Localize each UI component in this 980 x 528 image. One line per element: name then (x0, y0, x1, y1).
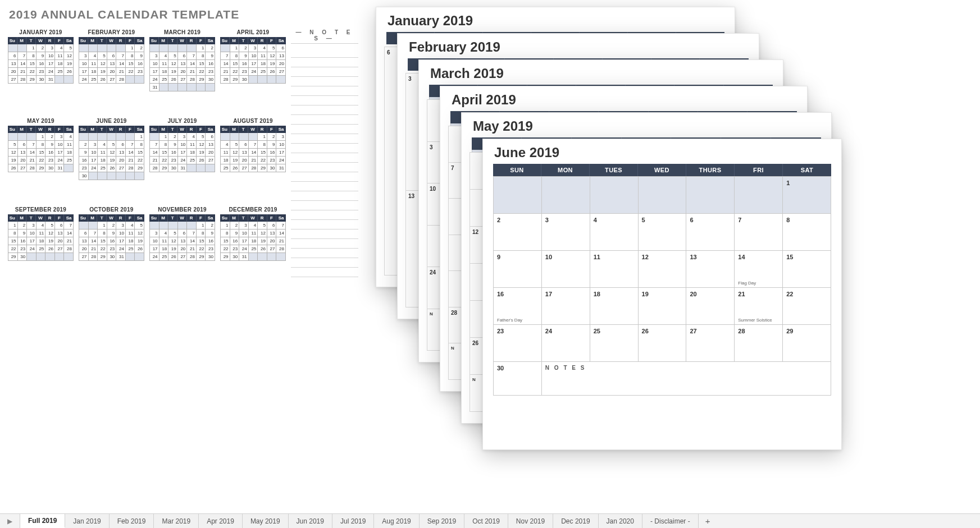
sheet-tab-mar-2019[interactable]: Mar 2019 (154, 514, 199, 528)
day-cell[interactable]: 14Flag Day (735, 251, 783, 288)
day-cell[interactable]: 13 (686, 251, 735, 288)
mini-day-cell: 23 (239, 68, 249, 76)
sheet-tab-jan-2019[interactable]: Jan 2019 (65, 514, 109, 528)
mini-month-title: OCTOBER 2019 (79, 206, 144, 213)
note-line[interactable] (291, 172, 358, 182)
note-line[interactable] (291, 258, 358, 268)
note-line[interactable] (291, 144, 358, 153)
note-line[interactable] (291, 77, 358, 86)
sheet-tab-nov-2019[interactable]: Nov 2019 (508, 514, 553, 528)
mini-day-cell (187, 44, 197, 52)
note-line[interactable] (291, 163, 358, 172)
mini-day-cell: 24 (249, 68, 258, 76)
sheet-tab--disclaimer-[interactable]: - Disclaimer - (642, 514, 699, 528)
mini-day-cell: 11 (258, 52, 267, 60)
month-notes-cell[interactable]: N O T E S (542, 362, 831, 396)
sheet-tab-jan-2020[interactable]: Jan 2020 (599, 514, 642, 528)
note-line[interactable] (291, 105, 358, 115)
note-line[interactable] (291, 58, 358, 67)
day-cell[interactable]: 25 (590, 325, 639, 362)
sheet-tab-may-2019[interactable]: May 2019 (243, 514, 289, 528)
note-line[interactable] (291, 67, 358, 77)
day-cell[interactable]: 12 (639, 251, 687, 288)
day-cell[interactable]: 28 (735, 325, 783, 362)
day-cell[interactable]: 3 (542, 214, 590, 251)
day-cell[interactable]: 19 (639, 288, 687, 325)
sheet-tab-oct-2019[interactable]: Oct 2019 (464, 514, 508, 528)
day-cell[interactable]: 27 (686, 325, 735, 362)
note-line[interactable] (291, 201, 358, 210)
note-line[interactable] (291, 220, 358, 229)
day-cell[interactable]: 29 (783, 325, 831, 362)
day-cell[interactable] (686, 177, 735, 214)
day-cell[interactable]: 24 (542, 325, 590, 362)
sheet-tab-dec-2019[interactable]: Dec 2019 (553, 514, 598, 528)
mini-dow-cell: W (36, 214, 45, 222)
add-sheet-button[interactable]: + (699, 514, 717, 528)
day-cell[interactable]: 26 (639, 325, 687, 362)
note-line[interactable] (291, 191, 358, 201)
note-line[interactable] (291, 96, 358, 105)
note-line[interactable] (291, 182, 358, 191)
day-cell[interactable] (494, 177, 542, 214)
sheet-tab-full-2019[interactable]: Full 2019 (20, 514, 65, 528)
day-cell[interactable]: 1 (783, 177, 831, 214)
mini-dow-cell: Su (220, 126, 230, 133)
mini-day-cell: 13 (276, 52, 286, 60)
mini-day-cell (258, 253, 267, 261)
note-line[interactable] (291, 249, 358, 258)
day-cell[interactable]: 30 (494, 362, 542, 396)
mini-day-cell (150, 222, 159, 229)
sheet-tab-feb-2019[interactable]: Feb 2019 (110, 514, 154, 528)
note-line[interactable] (291, 48, 358, 58)
note-line[interactable] (291, 115, 358, 125)
day-cell[interactable]: 20 (686, 288, 735, 325)
mini-day-cell: 5 (267, 44, 277, 52)
mini-day-cell: 16 (37, 60, 46, 68)
day-cell[interactable]: 6 (686, 214, 735, 251)
day-cell[interactable]: 16Father's Day (494, 288, 542, 325)
sheet-tab-jun-2019[interactable]: Jun 2019 (289, 514, 332, 528)
day-cell[interactable]: 11 (590, 251, 639, 288)
note-line[interactable] (291, 86, 358, 96)
tab-scroll-icon[interactable]: ▶ (0, 514, 20, 528)
day-cell[interactable] (542, 177, 590, 214)
day-cell[interactable]: 5 (639, 214, 687, 251)
month-sheet-june-2019: June 2019SUNMONTUESWEDTHURSFRISAT1234567… (482, 139, 842, 450)
mini-day-cell: 24 (89, 164, 98, 172)
mini-day-cell: 14 (221, 60, 230, 68)
month-notes-label: N O T E S (545, 365, 827, 371)
day-cell[interactable]: 18 (590, 288, 639, 325)
day-cell[interactable]: 15 (783, 251, 831, 288)
day-cell[interactable]: 17 (542, 288, 590, 325)
sheet-tab-jul-2019[interactable]: Jul 2019 (332, 514, 374, 528)
day-cell[interactable]: 23 (494, 325, 542, 362)
note-line[interactable] (291, 229, 358, 239)
note-line[interactable] (291, 134, 358, 144)
sheet-tab-sep-2019[interactable]: Sep 2019 (420, 514, 464, 528)
day-cell[interactable] (590, 177, 639, 214)
note-line[interactable] (291, 210, 358, 220)
mini-day-cell: 22 (221, 245, 230, 253)
note-line[interactable] (291, 153, 358, 163)
day-cell[interactable]: 21Summer Solstice (735, 288, 783, 325)
day-cell[interactable]: 22 (783, 288, 831, 325)
day-cell[interactable]: 7 (735, 214, 783, 251)
note-line[interactable] (291, 239, 358, 249)
sheet-tab-apr-2019[interactable]: Apr 2019 (199, 514, 243, 528)
day-cell[interactable] (735, 177, 783, 214)
day-cell[interactable]: 9 (494, 251, 542, 288)
note-line[interactable] (291, 268, 358, 277)
day-cell[interactable]: 4 (590, 214, 639, 251)
sheet-tab-aug-2019[interactable]: Aug 2019 (374, 514, 419, 528)
annual-notes-lines[interactable] (291, 48, 358, 277)
day-cell[interactable]: 8 (783, 214, 831, 251)
mini-day-cell (116, 172, 126, 180)
mini-day-cell: 4 (37, 222, 46, 229)
mini-day-cell (135, 253, 144, 261)
day-cell[interactable] (639, 177, 687, 214)
mini-day-cell (126, 172, 135, 180)
day-cell[interactable]: 2 (494, 214, 542, 251)
day-cell[interactable]: 10 (542, 251, 590, 288)
note-line[interactable] (291, 125, 358, 134)
